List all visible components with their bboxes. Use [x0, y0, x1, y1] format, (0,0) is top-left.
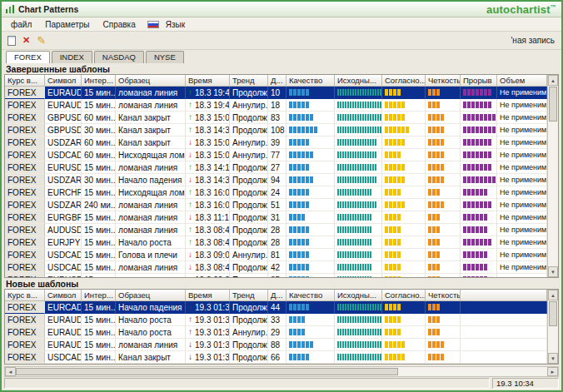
edit-pencil-icon[interactable]: ✎ [37, 35, 46, 46]
pattern-row[interactable]: FOREXEURAUD15 мин...ломаная линия↑18.3 1… [5, 87, 547, 99]
pattern-row[interactable]: FOREXEURUSD15 мин...ломаная линия↑18.3 0… [5, 274, 547, 277]
bar-segment [428, 239, 431, 246]
menu-options[interactable]: Параметры [38, 18, 96, 31]
bar-segment [293, 251, 296, 258]
menu-help[interactable]: Справка [97, 18, 142, 31]
pattern-row[interactable]: FOREXUSDCAD15 мин...ломаная линия↓18.3 0… [5, 261, 547, 274]
bar-segment [389, 189, 392, 196]
column-header[interactable]: Символ [45, 290, 82, 301]
column-header[interactable]: Согласно... [382, 290, 426, 301]
pattern-row[interactable]: FOREXUSDZAR60 мин...Канал закрыт↓18.3 15… [5, 136, 547, 149]
scroll-down-button[interactable]: ▼ [548, 353, 558, 364]
pattern-row[interactable]: FOREXUSDCAD60 мин...Нисходящая ломаная .… [5, 149, 547, 161]
pattern-row[interactable]: FOREXUSDCAD15 мин...Канал закрыт↓19.3 01… [5, 351, 547, 364]
bar-segment [367, 89, 369, 96]
pattern-row[interactable]: FOREXUSDCAD15 мин...Голова и плечи↓18.3 … [5, 249, 547, 261]
pattern-row[interactable]: FOREXGBPUSD30 мин...Канал закрыт↑18.3 14… [5, 124, 547, 136]
column-header[interactable]: Интер... [82, 290, 116, 301]
bar-segment [428, 114, 431, 121]
column-header[interactable]: Прорыв [461, 75, 497, 87]
bar-segment [370, 239, 371, 246]
bar-cell [286, 314, 335, 326]
column-header[interactable]: Образец [116, 290, 186, 301]
scroll-down-button[interactable]: ▼ [548, 266, 558, 277]
column-header[interactable]: Курс в... [5, 75, 45, 87]
column-header[interactable]: Объем [497, 75, 547, 87]
horizontal-scrollbar[interactable]: ◄ ► [4, 366, 559, 377]
column-header[interactable]: Д... [268, 75, 286, 87]
pattern-row[interactable]: FOREXEURAUD15 мин...ломаная линия↑18.3 1… [5, 99, 547, 112]
scroll-up-button[interactable]: ▲ [548, 75, 558, 86]
new-record-icon[interactable] [7, 36, 16, 46]
scroll-thumb[interactable] [16, 368, 398, 375]
column-header[interactable]: Символ [45, 75, 82, 87]
tab-nyse[interactable]: NYSE [146, 51, 184, 63]
bar-segment [337, 329, 339, 335]
scroll-thumb[interactable] [549, 87, 557, 122]
pattern-row[interactable]: FOREXEURAUD15 мин...Начало роста↑19.3 01… [5, 314, 547, 326]
column-header[interactable]: Четкость [426, 290, 461, 301]
pattern-row[interactable]: FOREXEURJPY15 мин...Начало роста↑18.3 08… [5, 236, 547, 249]
column-header[interactable]: Качество [286, 290, 335, 301]
tab-nasdaq[interactable]: NASDAQ [94, 51, 144, 63]
menu-language[interactable]: Язык [159, 18, 192, 31]
record-link[interactable]: 'ная запись [511, 36, 555, 45]
bar-cell [461, 274, 497, 277]
column-header[interactable]: Время [186, 75, 230, 87]
bar-segment [372, 176, 374, 183]
pattern-row[interactable]: FOREXEURGBP15 мин...ломаная линия↓18.3 1… [5, 211, 547, 224]
bar-segment [301, 264, 305, 270]
column-header[interactable]: Тренд [230, 75, 268, 87]
rating-bar [289, 354, 309, 360]
scroll-thumb[interactable] [549, 301, 557, 326]
trend-cell: Аннулир... [230, 136, 268, 149]
tab-forex[interactable]: FOREX [6, 51, 50, 63]
bar-segment [367, 102, 369, 108]
menu-file[interactable]: файл [4, 18, 38, 31]
pattern-row[interactable]: FOREXEURUSD15 мин...ломаная линия↑18.3 1… [5, 161, 547, 174]
column-header[interactable]: Интер... [82, 75, 116, 87]
bar-segment [467, 89, 471, 96]
symbol-cell: EURGBP [45, 211, 82, 224]
delete-icon[interactable]: ✕ [22, 36, 30, 45]
pattern-row[interactable]: FOREXEURAUD15 мин...Начало роста↑19.3 01… [5, 326, 547, 339]
scroll-left-button[interactable]: ◄ [5, 367, 16, 376]
column-header[interactable]: Согласно... [382, 75, 426, 87]
pattern-row[interactable]: FOREXEURAUD15 мин...ломаная линия↓19.3 0… [5, 339, 547, 351]
bar-segment [432, 264, 436, 270]
column-header[interactable]: Образец [116, 75, 186, 87]
column-header[interactable]: Качество [286, 75, 335, 87]
bar-segment [355, 276, 356, 277]
exchange-cell: FOREX [5, 224, 45, 236]
pattern-row[interactable]: FOREXGBPUSD60 мин...Канал закрыт↑18.3 15… [5, 112, 547, 124]
bar-cell [335, 136, 382, 149]
bar-segment [488, 127, 491, 133]
column-header[interactable]: Курс в... [5, 290, 45, 301]
column-header[interactable]: Исходны... [335, 75, 382, 87]
pattern-row[interactable]: FOREXUSDZAR240 ми...ломаная линия↑18.3 1… [5, 199, 547, 211]
column-header[interactable]: Тренд [230, 290, 268, 301]
scroll-up-button[interactable]: ▲ [548, 290, 558, 300]
pattern-row[interactable]: FOREXEURCHF15 мин...Нисходящая ломаная .… [5, 186, 547, 199]
column-header[interactable]: Д... [268, 290, 286, 301]
bar-segment [289, 114, 292, 121]
tab-index[interactable]: INDEX [52, 51, 92, 63]
column-header[interactable]: Время [186, 290, 230, 301]
volume-cell: Не применимо [497, 174, 547, 186]
rating-bar [289, 316, 305, 323]
column-header[interactable]: Исходны... [335, 290, 382, 301]
exchange-cell: FOREX [5, 186, 45, 199]
rating-bar [337, 151, 376, 158]
new-vertical-scrollbar[interactable]: ▲ ▼ [547, 290, 558, 364]
pattern-row[interactable]: FOREXUSDZAR30 мин...Начало падения↓18.3 … [5, 174, 547, 186]
interval-cell: 15 мин... [82, 224, 116, 236]
bar-segment [367, 316, 369, 323]
pattern-row[interactable]: FOREXEURCAD15 мин...Начало падения↓19.3 … [5, 301, 547, 314]
column-header[interactable]: Четкость [426, 75, 461, 87]
bar-segment [355, 201, 356, 208]
scroll-right-button[interactable]: ► [547, 367, 558, 376]
bar-segment [385, 176, 388, 183]
pattern-row[interactable]: FOREXAUDUSD15 мин...ломаная линия↑18.3 0… [5, 224, 547, 236]
scroll-track[interactable] [16, 367, 547, 376]
completed-vertical-scrollbar[interactable]: ▲ ▼ [547, 75, 558, 277]
